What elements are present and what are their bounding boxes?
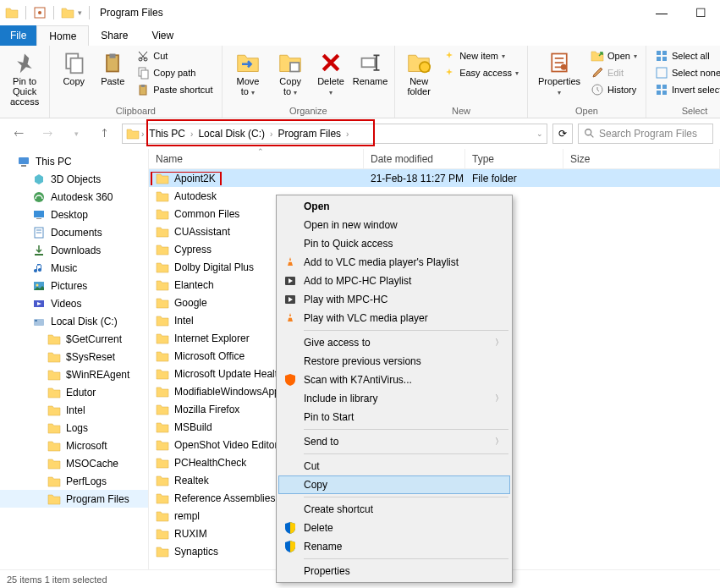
history-button[interactable]: History	[587, 81, 640, 98]
folder-icon	[156, 207, 169, 221]
tree-item[interactable]: $SysReset	[0, 348, 148, 365]
col-type[interactable]: Type	[465, 149, 563, 168]
ctx-play-vlc[interactable]: Play with VLC media player	[278, 309, 510, 327]
col-name[interactable]: Name	[149, 149, 364, 168]
tab-share[interactable]: Share	[89, 25, 140, 46]
ribbon: Pin to Quick access Copy Paste Cut Copy …	[0, 46, 720, 118]
navigation-tree[interactable]: This PC3D ObjectsAutodesk 360DesktopDocu…	[0, 149, 149, 569]
folder-icon	[156, 385, 169, 398]
tree-item[interactable]: Logs	[0, 419, 148, 437]
tree-item[interactable]: Autodesk 360	[0, 188, 148, 206]
refresh-button[interactable]: ⟳	[552, 124, 573, 144]
properties-icon[interactable]	[33, 6, 47, 19]
rename-button[interactable]: Rename	[351, 47, 389, 90]
forward-button[interactable]: 🡒	[36, 122, 59, 146]
ctx-send-to[interactable]: Send to〉	[278, 432, 510, 451]
tab-file[interactable]: File	[0, 25, 36, 46]
tree-item[interactable]: Music	[0, 259, 148, 277]
ctx-pin-quick-access[interactable]: Pin to Quick access	[278, 234, 510, 253]
column-headers[interactable]: Name Date modified Type Size	[149, 149, 720, 169]
tree-item[interactable]: Documents	[0, 223, 148, 241]
invert-selection-button[interactable]: Invert selection	[651, 81, 720, 98]
tree-item[interactable]: Local Disk (C:)	[0, 312, 148, 330]
tree-item[interactable]: MSOCache	[0, 454, 148, 472]
cut-button[interactable]: Cut	[133, 47, 216, 64]
ctx-include-library[interactable]: Include in library〉	[278, 389, 510, 408]
breadcrumb[interactable]: This PC	[146, 128, 189, 140]
pin-to-quick-access-button[interactable]: Pin to Quick access	[5, 47, 44, 110]
ctx-add-vlc-playlist[interactable]: Add to VLC media player's Playlist	[278, 253, 510, 272]
tree-item[interactable]: Downloads	[0, 241, 148, 259]
properties-button[interactable]: Properties ▾	[533, 47, 585, 101]
folder-icon	[156, 172, 169, 185]
ctx-cut[interactable]: Cut	[278, 457, 510, 475]
vlc-icon	[283, 256, 297, 269]
autodesk-icon	[32, 190, 46, 204]
tree-item[interactable]: Microsoft	[0, 437, 148, 454]
ctx-create-shortcut[interactable]: Create shortcut	[278, 500, 510, 519]
new-folder-button[interactable]: New folder	[400, 47, 437, 100]
delete-button[interactable]: Delete ▾	[312, 47, 349, 101]
ctx-delete[interactable]: Delete	[278, 519, 510, 537]
tree-item[interactable]: This PC	[0, 152, 148, 170]
paste-shortcut-button[interactable]: Paste shortcut	[133, 81, 216, 98]
recent-button[interactable]: ▾	[64, 122, 88, 146]
tree-item[interactable]: 3D Objects	[0, 170, 148, 188]
folder-icon	[156, 296, 169, 310]
breadcrumb[interactable]: Program Files	[274, 128, 344, 140]
ctx-open[interactable]: Open	[278, 197, 510, 216]
tree-item[interactable]: $WinREAgent	[0, 365, 148, 383]
context-menu: Open Open in new window Pin to Quick acc…	[276, 195, 513, 583]
tree-item[interactable]: Desktop	[0, 206, 148, 223]
videos-icon	[32, 297, 46, 310]
ctx-play-mpc[interactable]: Play with MPC-HC	[278, 290, 510, 309]
antivirus-icon	[283, 373, 297, 387]
paste-button[interactable]: Paste	[94, 47, 131, 90]
search-input[interactable]: Search Program Files	[578, 124, 713, 144]
maximize-button[interactable]: ☐	[681, 0, 720, 25]
shield-icon	[283, 521, 297, 535]
folder-icon	[156, 509, 169, 523]
edit-button[interactable]: Edit	[587, 64, 640, 81]
pc-icon	[17, 155, 30, 168]
address-bar[interactable]: › This PC › Local Disk (C:) › Program Fi…	[122, 124, 547, 144]
folder-icon	[47, 457, 61, 470]
copy-path-button[interactable]: Copy path	[133, 64, 216, 81]
ctx-pin-start[interactable]: Pin to Start	[278, 408, 510, 426]
ctx-give-access[interactable]: Give access to〉	[278, 333, 510, 352]
ctx-copy[interactable]: Copy	[278, 475, 510, 494]
titlebar: ▾ Program Files — ☐ ✕	[0, 0, 720, 25]
desktop-icon	[32, 208, 46, 222]
minimize-button[interactable]: —	[642, 0, 681, 25]
ctx-restore-versions[interactable]: Restore previous versions	[278, 352, 510, 371]
copy-to-button[interactable]: Copy to ▾	[270, 47, 311, 101]
up-button[interactable]: 🡑	[93, 122, 117, 146]
tab-view[interactable]: View	[140, 25, 185, 46]
ctx-properties[interactable]: Properties	[278, 562, 510, 580]
easy-access-button[interactable]: Easy access ▾	[439, 64, 522, 81]
tree-item[interactable]: Edutor	[0, 383, 148, 401]
tab-home[interactable]: Home	[36, 25, 89, 46]
tree-item[interactable]: PerfLogs	[0, 472, 148, 490]
open-button[interactable]: Open ▾	[587, 47, 640, 64]
ctx-scan-antivirus[interactable]: Scan with K7AntiVirus...	[278, 371, 510, 389]
file-row[interactable]: Apoint2K21-Feb-18 11:27 PMFile folder	[149, 169, 720, 187]
ctx-open-new-window[interactable]: Open in new window	[278, 216, 510, 234]
tree-item[interactable]: Videos	[0, 294, 148, 312]
move-to-button[interactable]: Move to ▾	[228, 47, 269, 101]
tree-item[interactable]: Intel	[0, 401, 148, 419]
tree-item[interactable]: $GetCurrent	[0, 330, 148, 348]
select-all-button[interactable]: Select all	[651, 47, 720, 64]
folder-icon	[156, 474, 169, 487]
col-size[interactable]: Size	[563, 149, 720, 168]
ctx-rename[interactable]: Rename	[278, 537, 510, 556]
ctx-add-mpc-playlist[interactable]: Add to MPC-HC Playlist	[278, 272, 510, 290]
col-date[interactable]: Date modified	[364, 149, 465, 168]
select-none-button[interactable]: Select none	[651, 64, 720, 81]
tree-item[interactable]: Pictures	[0, 277, 148, 294]
back-button[interactable]: 🡐	[7, 122, 30, 146]
new-item-button[interactable]: New item ▾	[439, 47, 522, 64]
tree-item[interactable]: Program Files	[0, 490, 148, 508]
copy-button[interactable]: Copy	[55, 47, 92, 90]
breadcrumb[interactable]: Local Disk (C:)	[195, 128, 268, 140]
